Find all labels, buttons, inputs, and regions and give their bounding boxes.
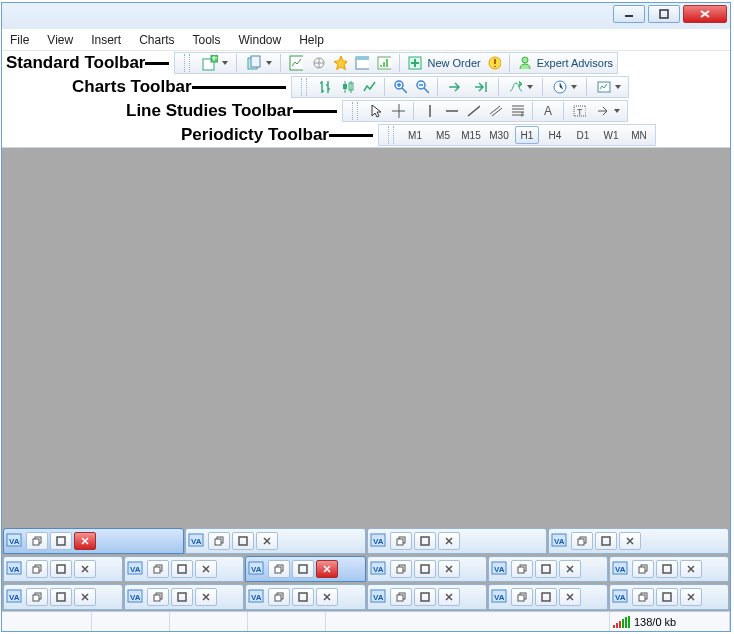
new-order-button[interactable]: New Order (406, 54, 480, 72)
period-w1[interactable]: W1 (599, 126, 623, 144)
vertical-line-button[interactable] (420, 102, 438, 120)
restore-button[interactable] (147, 560, 169, 578)
indicators-button[interactable] (505, 78, 536, 96)
restore-button[interactable] (511, 560, 533, 578)
restore-button[interactable] (268, 588, 290, 606)
minimize-button[interactable] (613, 5, 645, 23)
expert-advisors-button[interactable]: Expert Advisors (516, 54, 613, 72)
close-button[interactable] (438, 588, 460, 606)
close-button[interactable] (680, 588, 702, 606)
minimized-chart-window[interactable]: VA (124, 584, 244, 610)
minimized-chart-window[interactable]: VA (367, 528, 548, 554)
period-d1[interactable]: D1 (571, 126, 595, 144)
close-button[interactable] (256, 532, 278, 550)
text-label-button[interactable]: T (570, 102, 588, 120)
fibonacci-button[interactable]: F (508, 102, 526, 120)
close-button[interactable] (559, 588, 581, 606)
data-window-button[interactable] (309, 54, 327, 72)
chart-shift-button[interactable] (470, 78, 492, 96)
minimized-chart-window[interactable]: VA (3, 556, 123, 582)
restore-button[interactable] (26, 588, 48, 606)
minimized-chart-window[interactable]: VA (488, 556, 608, 582)
restore-button[interactable] (571, 532, 593, 550)
period-m15[interactable]: M15 (459, 126, 483, 144)
bar-chart-button[interactable] (316, 78, 334, 96)
menu-insert[interactable]: Insert (91, 33, 121, 47)
new-chart-button[interactable] (199, 54, 230, 72)
menu-view[interactable]: View (47, 33, 73, 47)
minimized-chart-window[interactable]: VA (609, 556, 729, 582)
restore-button[interactable] (208, 532, 230, 550)
maximize-button[interactable] (535, 560, 557, 578)
toolbar-grip[interactable] (301, 78, 307, 96)
menu-tools[interactable]: Tools (193, 33, 221, 47)
period-m1[interactable]: M1 (403, 126, 427, 144)
close-button[interactable] (74, 588, 96, 606)
period-mn[interactable]: MN (627, 126, 651, 144)
menu-file[interactable]: File (10, 33, 29, 47)
auto-scroll-button[interactable] (444, 78, 466, 96)
restore-button[interactable] (390, 560, 412, 578)
line-chart-button[interactable] (360, 78, 378, 96)
maximize-button[interactable] (656, 560, 678, 578)
crosshair-button[interactable] (389, 102, 407, 120)
maximize-button[interactable] (292, 588, 314, 606)
maximize-button[interactable] (50, 588, 72, 606)
zoom-out-button[interactable] (413, 78, 431, 96)
candlestick-button[interactable] (338, 78, 356, 96)
minimized-chart-window[interactable]: VA (609, 584, 729, 610)
strategy-tester-button[interactable] (375, 54, 393, 72)
minimized-chart-window[interactable]: VA (367, 556, 487, 582)
restore-button[interactable] (632, 588, 654, 606)
minimized-chart-window[interactable]: VA (3, 584, 123, 610)
maximize-button[interactable] (414, 532, 436, 550)
close-button[interactable] (195, 588, 217, 606)
navigator-button[interactable] (331, 54, 349, 72)
terminal-button[interactable] (353, 54, 371, 72)
restore-button[interactable] (511, 588, 533, 606)
restore-button[interactable] (632, 560, 654, 578)
meta-editor-button[interactable] (485, 54, 503, 72)
menu-charts[interactable]: Charts (139, 33, 174, 47)
templates-button[interactable] (593, 78, 624, 96)
minimized-chart-window[interactable]: VA (548, 528, 729, 554)
toolbar-grip[interactable] (352, 102, 358, 120)
period-h1[interactable]: H1 (515, 126, 539, 144)
toolbar-grip[interactable] (184, 54, 190, 72)
profiles-button[interactable] (243, 54, 274, 72)
restore-button[interactable] (26, 560, 48, 578)
minimized-chart-window[interactable]: VA (488, 584, 608, 610)
period-h4[interactable]: H4 (543, 126, 567, 144)
equidistant-channel-button[interactable] (486, 102, 504, 120)
restore-button[interactable] (268, 560, 290, 578)
close-button[interactable] (195, 560, 217, 578)
maximize-button[interactable] (171, 560, 193, 578)
restore-button[interactable] (390, 532, 412, 550)
close-button[interactable] (74, 560, 96, 578)
text-button[interactable]: A (539, 102, 557, 120)
maximize-button[interactable] (414, 560, 436, 578)
periodicity-button[interactable] (549, 78, 580, 96)
maximize-button[interactable] (50, 532, 72, 550)
zoom-in-button[interactable] (391, 78, 409, 96)
maximize-button[interactable] (292, 560, 314, 578)
maximize-button[interactable] (50, 560, 72, 578)
close-button[interactable] (559, 560, 581, 578)
close-button[interactable] (316, 560, 338, 578)
period-m5[interactable]: M5 (431, 126, 455, 144)
maximize-button[interactable] (414, 588, 436, 606)
maximize-button[interactable] (595, 532, 617, 550)
close-button[interactable] (683, 5, 727, 23)
restore-button[interactable] (26, 532, 48, 550)
maximize-button[interactable] (535, 588, 557, 606)
restore-button[interactable] (390, 588, 412, 606)
minimized-chart-window[interactable]: VA (185, 528, 366, 554)
arrows-button[interactable] (592, 102, 623, 120)
trendline-button[interactable] (464, 102, 482, 120)
market-watch-button[interactable] (287, 54, 305, 72)
minimized-chart-window[interactable]: VA (3, 528, 184, 554)
minimized-chart-window[interactable]: VA (245, 556, 365, 582)
menu-help[interactable]: Help (299, 33, 324, 47)
restore-button[interactable] (147, 588, 169, 606)
close-button[interactable] (74, 532, 96, 550)
